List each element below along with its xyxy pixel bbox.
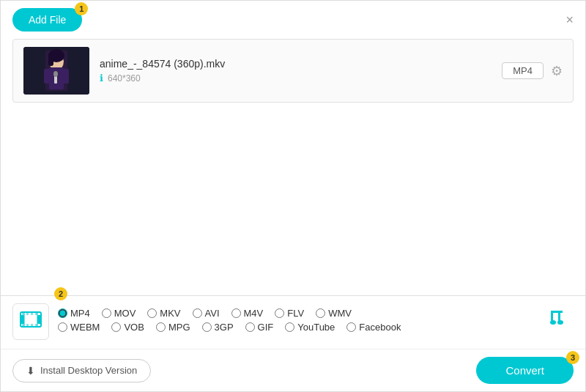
file-actions: MP4 ⚙ [502,62,563,79]
format-option-mov[interactable]: MOV [102,308,136,319]
music-note-icon [544,308,567,331]
svg-rect-27 [551,311,553,321]
format-row-2: WEBM VOB MPG 3GP GIF YouTube [58,322,531,333]
format-option-vob[interactable]: VOB [111,322,144,333]
format-label-mov: MOV [114,308,136,319]
video-icon [20,309,42,334]
format-section: 2 MP4 MOV MKV AVI M4V [1,295,585,347]
file-name: anime_-_84574 (360p).mkv [100,58,492,70]
install-button[interactable]: ⬇ Install Desktop Version [12,359,151,382]
format-label-3gp: 3GP [215,322,234,333]
file-info: anime_-_84574 (360p).mkv ℹ 640*360 [100,58,492,84]
format-options: 2 MP4 MOV MKV AVI M4V [58,308,531,336]
svg-rect-12 [37,315,41,324]
convert-button[interactable]: Convert 3 [476,357,574,384]
video-icon-box [12,303,49,340]
format-row-1: MP4 MOV MKV AVI M4V FLV [58,308,531,319]
thumbnail-inner [23,47,89,95]
file-list: anime_-_84574 (360p).mkv ℹ 640*360 MP4 ⚙ [12,39,574,103]
radio-m4v[interactable] [231,308,241,318]
svg-rect-19 [31,324,33,327]
thumbnail-image [23,47,89,95]
radio-3gp[interactable] [202,322,212,332]
svg-rect-26 [558,311,560,313]
format-label-facebook: Facebook [359,322,401,333]
format-option-mp4[interactable]: MP4 [58,308,90,319]
radio-mov[interactable] [102,308,111,318]
format-label-wmv: WMV [328,308,352,319]
format-option-youtube[interactable]: YouTube [285,322,335,333]
format-label-youtube: YouTube [297,322,335,333]
info-icon: ℹ [100,73,103,84]
svg-point-7 [53,71,58,77]
radio-vob[interactable] [111,322,121,332]
format-option-gif[interactable]: GIF [245,322,274,333]
radio-mpg[interactable] [156,322,166,332]
radio-webm[interactable] [58,322,67,332]
svg-rect-18 [26,324,29,327]
radio-facebook[interactable] [346,322,356,332]
badge-3: 3 [566,351,579,364]
footer: ⬇ Install Desktop Version Convert 3 [1,349,585,391]
close-icon: × [565,12,574,27]
format-label-vob: VOB [124,322,144,333]
svg-point-29 [557,320,563,325]
svg-rect-14 [26,312,29,315]
radio-wmv[interactable] [316,308,325,318]
format-option-m4v[interactable]: M4V [231,308,264,319]
convert-label: Convert [505,364,544,377]
music-icon [544,308,567,336]
radio-gif[interactable] [245,322,255,332]
file-resolution: 640*360 [108,73,141,84]
svg-rect-25 [560,311,563,313]
format-option-mkv[interactable]: MKV [147,308,180,319]
format-label-gif: GIF [258,322,274,333]
format-label-mp4: MP4 [70,308,90,319]
install-label: Install Desktop Version [40,365,137,376]
radio-mkv[interactable] [147,308,157,318]
music-icon-box [537,303,574,340]
svg-rect-11 [21,315,24,324]
thumbnail [23,47,89,95]
svg-rect-15 [31,312,33,315]
format-option-facebook[interactable]: Facebook [346,322,401,333]
format-option-3gp[interactable]: 3GP [202,322,234,333]
download-icon: ⬇ [26,365,35,377]
format-option-flv[interactable]: FLV [275,308,304,319]
empty-area [1,103,585,249]
format-label-mkv: MKV [160,308,180,319]
settings-icon[interactable]: ⚙ [551,63,563,79]
format-label-mpg: MPG [168,322,190,333]
header: Add File 1 × [1,1,585,39]
badge-2: 2 [54,287,67,300]
svg-rect-5 [63,69,69,84]
svg-rect-4 [44,69,50,84]
add-file-button[interactable]: Add File 1 [12,8,82,32]
close-button[interactable]: × [565,12,574,28]
format-label-m4v: M4V [244,308,264,319]
radio-avi[interactable] [193,308,202,318]
radio-flv[interactable] [275,308,284,318]
add-file-label: Add File [29,14,66,26]
format-option-mpg[interactable]: MPG [156,322,190,333]
format-badge[interactable]: MP4 [502,62,544,79]
format-label-webm: WEBM [70,322,100,333]
format-option-wmv[interactable]: WMV [316,308,352,319]
file-item: anime_-_84574 (360p).mkv ℹ 640*360 MP4 ⚙ [13,40,573,102]
format-label-flv: FLV [287,308,304,319]
format-option-webm[interactable]: WEBM [58,322,100,333]
svg-rect-9 [48,53,53,66]
format-label-avi: AVI [205,308,220,319]
badge-1: 1 [75,2,88,15]
file-meta: ℹ 640*360 [100,73,492,84]
svg-point-28 [550,320,556,325]
film-icon [20,309,42,330]
format-option-avi[interactable]: AVI [193,308,220,319]
radio-mp4[interactable] [58,308,67,318]
radio-youtube[interactable] [285,322,294,332]
